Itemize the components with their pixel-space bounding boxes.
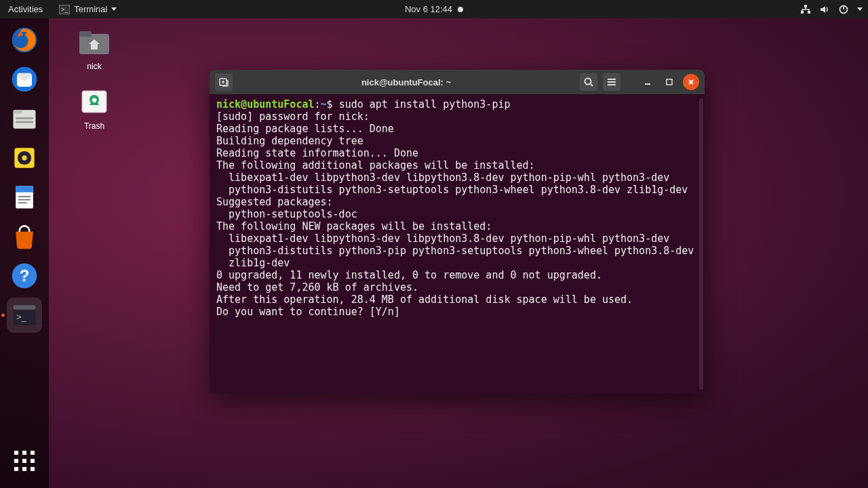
hamburger-icon [606, 77, 617, 87]
minimize-button[interactable] [639, 74, 656, 90]
svg-rect-38 [667, 79, 672, 85]
svg-rect-2 [804, 5, 807, 7]
terminal-output: [sudo] password for nick: Reading packag… [216, 110, 694, 318]
show-applications[interactable] [7, 443, 42, 479]
command-text: sudo apt install python3-pip [339, 98, 511, 110]
svg-rect-20 [18, 202, 27, 203]
top-bar: Activities >_ Terminal Nov 6 12:44 [0, 0, 868, 18]
terminal-appmenu-icon: >_ [59, 5, 70, 14]
svg-rect-4 [808, 11, 810, 14]
svg-rect-12 [16, 121, 33, 123]
dock-rhythmbox[interactable] [7, 140, 42, 176]
trash-icon [78, 88, 111, 115]
dock-help[interactable]: ? [7, 258, 42, 293]
new-tab-icon [218, 77, 229, 87]
app-menu-label: Terminal [74, 4, 107, 14]
network-icon [800, 4, 811, 15]
dock-software[interactable] [7, 219, 42, 254]
minimize-icon [644, 78, 652, 86]
close-icon [687, 78, 695, 86]
system-tray[interactable] [800, 4, 863, 15]
home-folder-icon [78, 28, 111, 56]
desktop-home-folder[interactable]: nick [71, 28, 118, 71]
apps-grid-icon [14, 451, 35, 471]
svg-rect-10 [14, 110, 22, 114]
svg-text:>_: >_ [16, 312, 26, 322]
search-icon [583, 77, 594, 87]
activities-label: Activities [8, 4, 43, 14]
svg-rect-27 [79, 31, 92, 37]
terminal-body[interactable]: nick@ubuntuFocal:~$ sudo apt install pyt… [210, 94, 705, 394]
svg-rect-18 [18, 196, 31, 197]
dock-terminal[interactable]: >_ [7, 298, 42, 333]
prompt-user: nick@ubuntuFocal [216, 98, 315, 110]
terminal-icon: >_ [9, 300, 39, 330]
desktop-trash-label: Trash [71, 121, 118, 131]
terminal-titlebar[interactable]: nick@ubuntuFocal: ~ [210, 70, 705, 94]
menu-button[interactable] [603, 73, 620, 91]
svg-rect-24 [14, 305, 36, 309]
svg-rect-3 [801, 11, 804, 14]
help-icon: ? [9, 261, 39, 291]
svg-point-32 [585, 79, 591, 85]
svg-text:>_: >_ [61, 6, 68, 13]
desktop-home-label: nick [71, 62, 118, 71]
power-icon [838, 4, 849, 15]
desktop-trash[interactable]: Trash [71, 88, 118, 131]
svg-text:?: ? [20, 266, 30, 285]
firefox-icon [9, 25, 39, 55]
search-button[interactable] [580, 73, 597, 91]
svg-line-33 [591, 84, 593, 86]
activities-button[interactable]: Activities [5, 3, 45, 16]
clock[interactable]: Nov 6 12:44 [405, 4, 463, 14]
speaker-icon [9, 143, 39, 173]
thunderbird-icon [9, 64, 39, 94]
svg-rect-11 [16, 117, 33, 119]
prompt-sep1: : [315, 98, 321, 110]
maximize-button[interactable] [661, 74, 677, 90]
volume-icon [819, 4, 830, 15]
terminal-window: nick@ubuntuFocal: ~ nick@ubuntuFocal:~$ … [210, 70, 705, 394]
chevron-down-icon [111, 7, 117, 11]
dock-libreoffice-writer[interactable] [7, 180, 42, 215]
prompt-path: ~ [321, 98, 327, 110]
shopping-bag-icon [9, 222, 39, 251]
prompt-sep2: $ [327, 98, 339, 110]
svg-rect-17 [16, 186, 33, 192]
close-button[interactable] [683, 74, 699, 90]
datetime-label: Nov 6 12:44 [405, 4, 452, 14]
app-menu[interactable]: >_ Terminal [56, 3, 119, 16]
dock-firefox[interactable] [7, 22, 42, 58]
files-icon [9, 104, 39, 134]
new-tab-button[interactable] [215, 73, 233, 91]
dock: ? >_ [0, 18, 49, 488]
document-icon [9, 182, 39, 212]
dock-files[interactable] [7, 101, 42, 136]
notification-dot-icon [458, 7, 463, 12]
dock-thunderbird[interactable] [7, 62, 42, 97]
chevron-down-icon [857, 7, 863, 11]
maximize-icon [665, 78, 673, 86]
window-title: nick@ubuntuFocal: ~ [238, 77, 574, 87]
svg-rect-19 [18, 199, 31, 201]
svg-point-15 [22, 155, 26, 160]
